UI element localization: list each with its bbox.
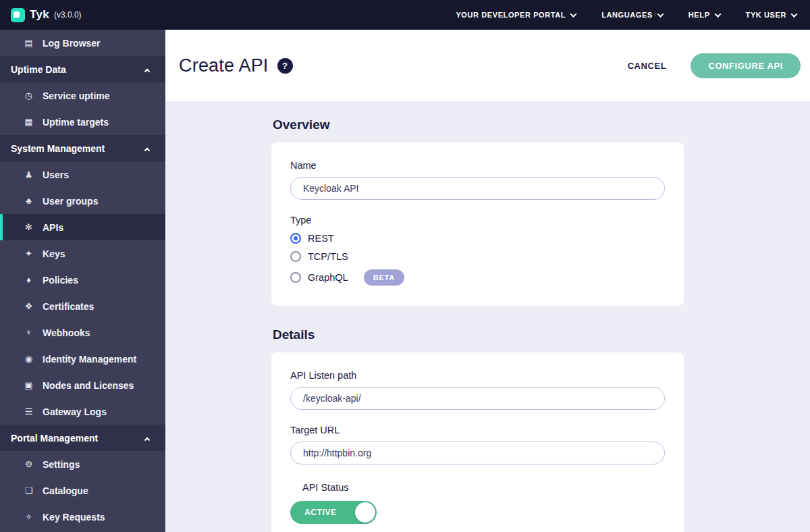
- webhooks-icon: ♆: [23, 327, 34, 338]
- sidebar-item-catalogue[interactable]: ❏ Catalogue: [0, 477, 165, 504]
- chevron-up-icon: [144, 437, 150, 442]
- tcp-tls-radio-icon[interactable]: [290, 251, 301, 262]
- graphql-radio-icon[interactable]: [290, 272, 301, 283]
- tyk-logo-icon: [11, 8, 25, 22]
- sidebar: ▤ Log Browser Uptime Data ◷ Service upti…: [0, 30, 165, 532]
- sidebar-section-system-management[interactable]: System Management: [0, 135, 165, 161]
- sidebar-item-label: Gateway Logs: [43, 406, 107, 417]
- sidebar-item-label: Policies: [43, 275, 78, 286]
- api-status-label: API Status: [302, 482, 665, 493]
- sidebar-item-gateway-logs[interactable]: ☰ Gateway Logs: [0, 398, 165, 425]
- sidebar-item-service-uptime[interactable]: ◷ Service uptime: [0, 82, 165, 109]
- sidebar-item-identity-management[interactable]: ◉ Identity Management: [0, 346, 165, 372]
- api-status-toggle[interactable]: ACTIVE: [290, 501, 377, 524]
- menu-label: LANGUAGES: [601, 11, 653, 19]
- page-title: Create API: [179, 55, 269, 76]
- radio-option-graphql[interactable]: GraphQL BETA: [290, 269, 665, 286]
- log-browser-icon: ▤: [23, 38, 34, 48]
- menu-label: TYK USER: [746, 11, 786, 19]
- overview-card: Name Type REST TCP/TLS GraphQL BETA: [271, 142, 684, 306]
- target-url-input[interactable]: [290, 442, 665, 464]
- keys-icon: ✦: [23, 248, 34, 259]
- sidebar-item-label: Nodes and Licenses: [43, 380, 134, 391]
- configure-api-button[interactable]: CONFIGURE API: [691, 53, 801, 78]
- sidebar-item-nodes-licenses[interactable]: ▣ Nodes and Licenses: [0, 372, 165, 398]
- settings-icon: ⚙: [23, 459, 34, 469]
- topbar: Tyk (v3.0.0) YOUR DEVELOPER PORTAL LANGU…: [0, 0, 810, 30]
- sidebar-item-policies[interactable]: ♦ Policies: [0, 267, 165, 293]
- version-label: (v3.0.0): [54, 10, 82, 20]
- sidebar-item-label: Log Browser: [43, 38, 101, 49]
- sidebar-section-portal-management[interactable]: Portal Management: [0, 425, 165, 451]
- catalogue-icon: ❏: [23, 485, 34, 496]
- radio-label: TCP/TLS: [308, 251, 348, 262]
- certificates-icon: ❖: [23, 301, 34, 311]
- topbar-menus: YOUR DEVELOPER PORTAL LANGUAGES HELP TYK…: [456, 11, 796, 19]
- sidebar-section-uptime-data[interactable]: Uptime Data: [0, 56, 165, 82]
- details-heading: Details: [273, 327, 684, 342]
- toggle-knob[interactable]: [355, 502, 375, 523]
- sidebar-section-label: Portal Management: [11, 433, 98, 444]
- page-header: Create API ? CANCEL CONFIGURE API: [165, 30, 810, 101]
- logo-text: Tyk: [30, 8, 49, 22]
- sidebar-item-label: Key Requests: [43, 512, 105, 523]
- cancel-button[interactable]: CANCEL: [628, 61, 667, 71]
- tyk-logo[interactable]: Tyk (v3.0.0): [11, 8, 82, 22]
- radio-option-rest[interactable]: REST: [290, 233, 665, 244]
- radio-option-tcp-tls[interactable]: TCP/TLS: [290, 251, 665, 262]
- listen-path-input[interactable]: [290, 387, 665, 410]
- help-icon[interactable]: ?: [277, 58, 293, 74]
- menu-developer-portal[interactable]: YOUR DEVELOPER PORTAL: [456, 11, 576, 19]
- apis-icon: ✻: [23, 222, 34, 232]
- listen-path-label: API Listen path: [290, 370, 665, 381]
- chevron-down-icon: [657, 11, 664, 18]
- sidebar-item-label: Uptime targets: [43, 117, 109, 128]
- sidebar-item-log-browser[interactable]: ▤ Log Browser: [0, 30, 165, 56]
- sidebar-item-users[interactable]: ♟ Users: [0, 161, 165, 188]
- sidebar-item-webhooks[interactable]: ♆ Webhooks: [0, 319, 165, 346]
- main-content: Create API ? CANCEL CONFIGURE API Overvi…: [165, 30, 810, 532]
- menu-languages[interactable]: LANGUAGES: [601, 11, 663, 19]
- sidebar-item-label: Catalogue: [43, 485, 88, 496]
- menu-tyk-user[interactable]: TYK USER: [746, 11, 796, 19]
- name-label: Name: [290, 160, 665, 171]
- rest-radio-icon[interactable]: [290, 233, 301, 244]
- sidebar-item-apis[interactable]: ✻ APIs: [0, 214, 165, 240]
- sidebar-item-label: APIs: [43, 222, 63, 233]
- key-requests-icon: ✧: [23, 512, 34, 522]
- sidebar-item-settings[interactable]: ⚙ Settings: [0, 451, 165, 477]
- sidebar-item-label: Webhooks: [43, 327, 90, 338]
- menu-label: YOUR DEVELOPER PORTAL: [456, 11, 566, 19]
- sidebar-item-label: Settings: [43, 459, 80, 470]
- menu-label: HELP: [688, 11, 710, 19]
- sidebar-section-label: Uptime Data: [11, 64, 66, 75]
- identity-management-icon: ◉: [23, 354, 34, 364]
- gateway-logs-icon: ☰: [23, 406, 34, 417]
- user-groups-icon: ♣: [23, 196, 34, 206]
- radio-label: REST: [308, 233, 334, 244]
- api-name-input[interactable]: [290, 177, 665, 200]
- details-card: API Listen path Target URL API Status AC…: [271, 352, 684, 532]
- users-icon: ♟: [23, 169, 34, 180]
- policies-icon: ♦: [23, 275, 34, 285]
- sidebar-item-label: Identity Management: [43, 354, 136, 365]
- chevron-down-icon: [714, 11, 721, 18]
- sidebar-item-certificates[interactable]: ❖ Certificates: [0, 293, 165, 319]
- chevron-down-icon: [791, 11, 798, 18]
- radio-label: GraphQL: [308, 272, 348, 283]
- sidebar-item-label: Users: [43, 169, 69, 180]
- sidebar-item-user-groups[interactable]: ♣ User groups: [0, 188, 165, 214]
- header-actions: CANCEL CONFIGURE API: [628, 53, 801, 78]
- uptime-targets-icon: ▦: [23, 117, 34, 127]
- sidebar-item-uptime-targets[interactable]: ▦ Uptime targets: [0, 109, 165, 135]
- menu-help[interactable]: HELP: [688, 11, 720, 19]
- sidebar-item-key-requests[interactable]: ✧ Key Requests: [0, 504, 165, 530]
- service-uptime-icon: ◷: [23, 90, 34, 101]
- sidebar-section-label: System Management: [11, 143, 105, 154]
- chevron-up-icon: [144, 147, 150, 153]
- sidebar-item-label: User groups: [43, 196, 98, 207]
- sidebar-item-keys[interactable]: ✦ Keys: [0, 240, 165, 267]
- overview-heading: Overview: [273, 117, 684, 132]
- nodes-licenses-icon: ▣: [23, 380, 34, 390]
- sidebar-item-label: Keys: [43, 248, 65, 259]
